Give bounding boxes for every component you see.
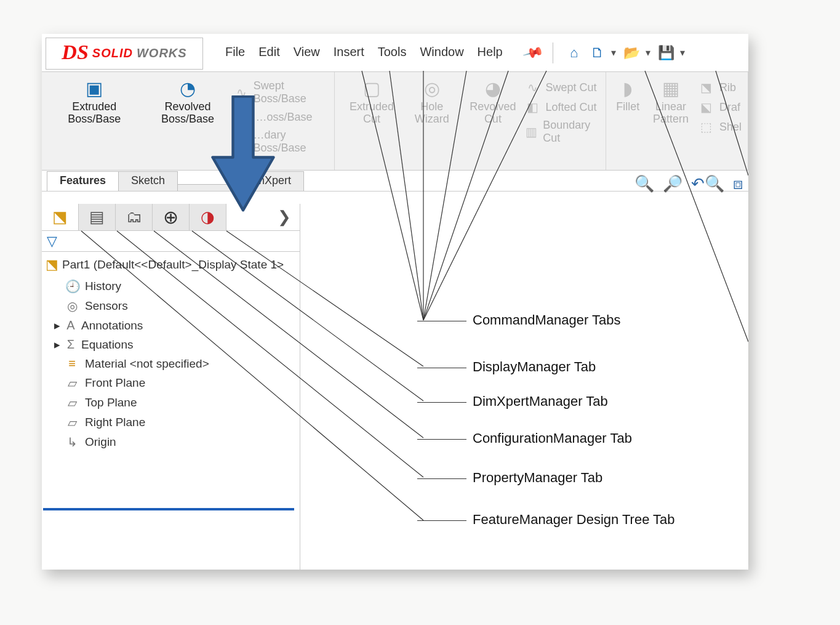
tree-equations[interactable]: ▸ΣEquations — [46, 335, 296, 354]
revolved-cut-label: Revolved Cut — [465, 101, 521, 126]
fillet-button[interactable]: ◗ Fillet — [612, 76, 643, 116]
linear-pattern-label: Linear Pattern — [647, 101, 695, 126]
logo-ds-icon: DS — [62, 41, 88, 64]
filter-icon[interactable]: ▽ — [47, 233, 57, 249]
section-view-icon[interactable]: ⧈ — [733, 174, 743, 193]
tree-front-plane-label: Front Plane — [85, 376, 145, 390]
extruded-cut-button[interactable]: ▢ Extruded Cut — [341, 76, 403, 128]
feature-manager-tab[interactable]: ⬔ — [42, 204, 79, 230]
configuration-manager-tab[interactable]: 🗂 — [116, 204, 153, 230]
tree-history[interactable]: 🕘History — [46, 276, 296, 296]
property-manager-tab[interactable]: ▤ — [79, 204, 116, 230]
feature-tree: ⬔ Part1 (Default<<Default>_Display State… — [42, 252, 300, 457]
finish-extras: ⬔Rib ⬕Draf ⬚Shel — [698, 76, 742, 135]
linear-pattern-button[interactable]: ▦ Linear Pattern — [643, 76, 698, 128]
tree-origin-label: Origin — [85, 435, 116, 449]
pane-endbar — [43, 508, 294, 510]
shell-button[interactable]: ⬚Shel — [698, 119, 742, 135]
menu-window[interactable]: Window — [420, 45, 463, 61]
open-dropdown[interactable]: ▾ — [646, 47, 653, 58]
tab-features[interactable]: Features — [47, 171, 119, 191]
hole-wizard-label: Hole Wizard — [406, 101, 457, 126]
save-dropdown[interactable]: ▾ — [680, 47, 687, 58]
menu-view[interactable]: View — [294, 45, 320, 61]
revolved-boss-icon: ◔ — [180, 78, 196, 99]
lofted-cut-button[interactable]: ◧Lofted Cut — [525, 99, 600, 115]
zoom-fit-icon[interactable]: 🔍 — [634, 174, 654, 193]
menu-edit[interactable]: Edit — [258, 45, 279, 61]
logo-works: WORKS — [137, 46, 187, 60]
tree-right-plane[interactable]: ▱Right Plane — [46, 413, 296, 432]
title-bar: DS SOLIDWORKS File Edit View Insert Tool… — [42, 34, 748, 72]
tree-top-plane[interactable]: ▱Top Plane — [46, 393, 296, 413]
annotation-propertymanager: PropertyManager Tab — [417, 470, 602, 486]
expand-icon[interactable]: ▸ — [54, 318, 60, 333]
tree-sensors[interactable]: ◎Sensors — [46, 296, 296, 316]
logo-solid: SOLID — [92, 46, 133, 60]
tree-right-plane-label: Right Plane — [85, 416, 145, 429]
title-icons: ⌂ 🗋 ▾ 📂 ▾ 💾 ▾ — [564, 43, 687, 63]
tree-root-label: Part1 (Default<<Default>_Display State 1… — [62, 258, 284, 272]
tree-material[interactable]: ≡Material <not specified> — [46, 354, 296, 373]
annotation-displaymanager: DisplayManager Tab — [417, 359, 596, 375]
plane-icon: ▱ — [65, 395, 79, 410]
menu-tools[interactable]: Tools — [378, 45, 407, 61]
new-doc-dropdown[interactable]: ▾ — [611, 47, 618, 58]
rib-label: Rib — [719, 81, 736, 94]
new-doc-icon[interactable]: 🗋 — [588, 43, 607, 63]
lofted-cut-label: Lofted Cut — [546, 101, 597, 114]
draft-label: Draf — [719, 101, 740, 114]
plane-icon: ▱ — [65, 376, 79, 390]
save-icon[interactable]: 💾 — [657, 43, 676, 63]
app-frame: DS SOLIDWORKS File Edit View Insert Tool… — [42, 34, 748, 570]
expand-icon[interactable]: ▸ — [54, 337, 60, 352]
divider — [553, 42, 553, 63]
tree-front-plane[interactable]: ▱Front Plane — [46, 373, 296, 393]
part-icon: ⬔ — [46, 257, 58, 273]
annotation-featuremanager: FeatureManager Design Tree Tab — [417, 512, 675, 528]
extruded-cut-label: Extruded Cut — [345, 101, 399, 126]
filter-bar: ▽ — [42, 231, 300, 252]
tree-origin[interactable]: ↳Origin — [46, 432, 296, 452]
fillet-icon: ◗ — [623, 78, 633, 99]
annotation-dimxpertmanager: DimXpertManager Tab — [417, 393, 608, 409]
menu-insert[interactable]: Insert — [334, 45, 364, 61]
hole-wizard-button[interactable]: ◎ Hole Wizard — [402, 76, 461, 128]
logo: DS SOLIDWORKS — [46, 38, 203, 70]
menu-bar: File Edit View Insert Tools Window Help … — [225, 45, 542, 61]
equations-icon: Σ — [64, 337, 78, 352]
extruded-boss-button[interactable]: ▣ Extruded Boss/Base — [48, 76, 140, 128]
draft-button[interactable]: ⬕Draf — [698, 99, 742, 115]
pin-icon[interactable]: 📌 — [522, 41, 544, 63]
revolved-cut-button[interactable]: ◕ Revolved Cut — [461, 76, 524, 128]
swept-cut-label: Swept Cut — [546, 81, 597, 94]
tree-root[interactable]: ⬔ Part1 (Default<<Default>_Display State… — [46, 257, 296, 273]
home-icon[interactable]: ⌂ — [564, 43, 584, 63]
dimxpert-manager-tab[interactable]: ⊕ — [153, 204, 190, 230]
svg-marker-0 — [213, 97, 274, 211]
menu-file[interactable]: File — [225, 45, 245, 61]
boundary-cut-button[interactable]: ▥Boundary Cut — [525, 119, 600, 145]
callout-arrow-icon — [209, 95, 277, 212]
swept-cut-button[interactable]: ∿Swept Cut — [525, 79, 600, 95]
tab-sketch[interactable]: Sketch — [118, 171, 178, 191]
tree-annotations[interactable]: ▸AAnnotations — [46, 316, 296, 335]
history-icon: 🕘 — [65, 279, 79, 294]
previous-view-icon[interactable]: ↶🔍 — [691, 174, 724, 193]
revolved-cut-icon: ◕ — [485, 78, 501, 99]
extruded-boss-label: Extruded Boss/Base — [52, 101, 137, 126]
cut-extras: ∿Swept Cut ◧Lofted Cut ▥Boundary Cut — [525, 76, 600, 145]
extruded-cut-icon: ▢ — [363, 78, 380, 99]
command-manager-ribbon: ▣ Extruded Boss/Base ◔ Revolved Boss/Bas… — [42, 72, 748, 171]
zoom-area-icon[interactable]: 🔎 — [663, 174, 682, 193]
rib-icon: ⬔ — [698, 79, 714, 95]
menu-help[interactable]: Help — [478, 45, 503, 61]
open-icon[interactable]: 📂 — [622, 43, 642, 63]
view-icons: 🔍 🔎 ↶🔍 ⧈ — [634, 174, 743, 193]
tree-top-plane-label: Top Plane — [85, 396, 137, 409]
tree-annotations-label: Annotations — [81, 319, 143, 333]
fillet-label: Fillet — [616, 101, 639, 113]
rib-button[interactable]: ⬔Rib — [698, 79, 742, 95]
annotation-commandmanager: CommandManager Tabs — [417, 312, 621, 328]
ribbon-group-finish: ◗ Fillet ▦ Linear Pattern ⬔Rib ⬕Draf ⬚Sh… — [606, 72, 748, 170]
